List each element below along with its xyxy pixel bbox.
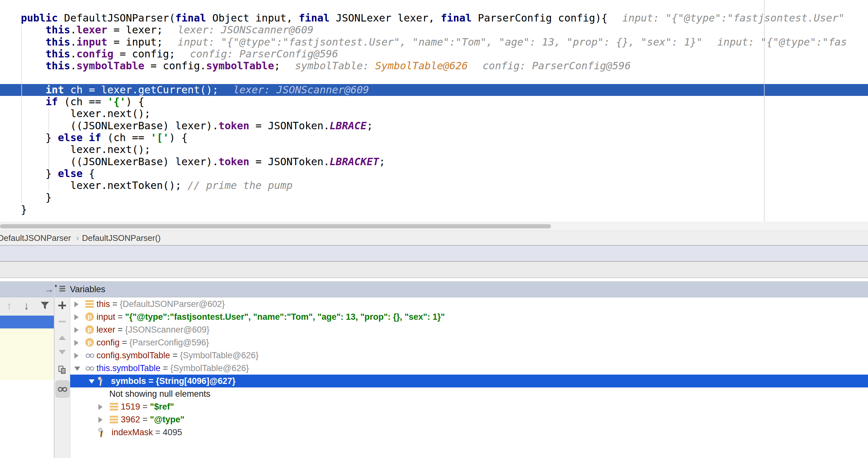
code-token [21,48,45,60]
code-line[interactable]: this.lexer = lexer;lexer: JSONScanner@60… [0,24,868,36]
code-line[interactable]: if (ch == '{') { [0,96,868,108]
library-frames-area[interactable] [0,328,54,380]
inline-debugger-hint: input: "{"@type":"fastjsontest.User" [622,12,845,24]
filter-icon[interactable] [40,302,49,311]
expand-arrow-icon[interactable] [74,327,79,333]
inline-debugger-hint: lexer: JSONScanner@609 [234,84,369,96]
inline-debugger-hint: symbolTable: SymbolTable@626 [295,60,468,72]
inline-debugger-hint: config: ParserConfig@596 [190,48,338,60]
variable-name: 3962 [121,415,140,424]
code-line[interactable]: this.symbolTable = config.symbolTable;sy… [0,60,868,72]
code-line[interactable]: public DefaultJSONParser(final Object in… [0,12,868,24]
variable-name: indexMask [112,428,153,437]
code-token: = JSONToken. [249,120,330,132]
code-line[interactable]: this.config = config;config: ParserConfi… [0,48,868,60]
code-line[interactable] [0,72,868,84]
variable-name: this.symbolTable [96,363,161,373]
add-watch-button[interactable] [55,302,70,309]
code-token: symbolTable [206,60,274,72]
variable-name: symbols [111,376,146,386]
breadcrumb-item-method[interactable]: DefaultJSONParser() [82,233,161,243]
variable-row[interactable]: plexer = {JSONScanner@609} [70,323,868,336]
code-token: (ch == [58,95,107,108]
variable-row[interactable]: fsymbols = {String[4096]@627} [70,375,868,388]
expand-arrow-icon[interactable] [98,404,102,410]
code-editor[interactable]: public DefaultJSONParser(final Object in… [0,0,868,222]
variable-row[interactable]: 1519 = "$ref" [70,400,868,413]
expand-arrow-icon[interactable] [74,314,79,320]
execution-point-line[interactable]: int ch = lexer.getCurrent();lexer: JSONS… [0,84,868,96]
horizontal-scrollbar[interactable] [0,222,868,231]
move-down-icon[interactable]: ↓ [24,299,29,312]
variable-text: symbols = {String[4096]@627} [111,375,236,388]
plus-icon [58,302,66,309]
variable-row[interactable]: pinput = "{"@type":"fastjsontest.User", … [70,311,868,323]
variable-name: this [96,299,110,309]
duplicate-watch-button[interactable] [55,366,70,374]
move-watch-down-button[interactable] [55,350,70,354]
inline-debugger-hint: lexer: JSONScanner@609 [178,24,313,36]
move-up-icon[interactable]: ↑ [6,299,12,312]
code-token [21,36,45,48]
code-token: ((JSONLexerBase) lexer). [21,120,219,132]
code-token: symbolTable [76,60,144,72]
code-token: ; [274,60,280,72]
select-in-editor-icon[interactable]: → [44,282,54,297]
code-token: final [175,12,213,24]
selected-frame-row[interactable] [0,316,54,328]
code-token: // prime the pump [187,179,292,192]
code-line[interactable]: lexer.next(); [0,144,868,155]
field-icon: f [100,378,102,386]
expand-arrow-icon[interactable] [74,353,79,359]
code-line[interactable]: } [0,204,868,216]
expand-arrow-icon[interactable] [74,302,79,307]
code-line[interactable]: } else { [0,168,868,180]
code-token: } [21,191,52,203]
variable-row[interactable]: 3962 = "@type" [70,413,868,426]
code-token: = input; [107,36,163,48]
variable-value: "@type" [150,415,184,424]
code-token [21,95,45,108]
code-line[interactable]: ((JSONLexerBase) lexer).token = JSONToke… [0,156,868,168]
code-token: this [45,36,70,48]
variables-tree[interactable]: this = {DefaultJSONParser@602}pinput = "… [70,298,868,458]
variable-text: config = {ParserConfig@596} [96,336,209,349]
code-line[interactable]: } else if (ch == '[') { [0,132,868,144]
inline-debugger-hint: config: ParserConfig@596 [483,60,631,72]
variable-row[interactable]: findexMask = 4095 [70,426,868,439]
value-icon [110,402,118,410]
move-watch-up-button[interactable] [55,336,70,340]
variable-text: 1519 = "$ref" [121,400,174,413]
expand-arrow-icon[interactable] [98,417,102,423]
code-line[interactable]: lexer.next(); [0,108,868,120]
code-line[interactable]: } [0,192,868,203]
code-token: '{' [107,95,126,108]
variable-name: 1519 [121,402,140,411]
scrollbar-thumb[interactable] [0,224,551,228]
code-token [21,24,45,36]
code-token: ; [379,155,385,168]
triangle-down-icon [59,350,66,354]
variable-value: "$ref" [150,402,174,411]
variables-panel-title: Variables [70,282,105,297]
show-watches-toggle-button[interactable] [56,380,69,398]
variable-row[interactable]: pconfig = {ParserConfig@596} [70,336,868,349]
code-token: Object input, [212,12,299,24]
code-token: lexer [76,24,107,36]
variable-text: this.symbolTable = {SymbolTable@626} [96,362,249,375]
code-line[interactable]: lexer.nextToken(); // prime the pump [0,180,868,192]
variable-row[interactable]: this.symbolTable = {SymbolTable@626} [70,362,868,375]
remove-watch-button[interactable] [55,321,70,322]
code-token: . [70,36,76,48]
code-token: token [219,155,249,168]
minus-icon [59,321,66,322]
collapse-arrow-icon[interactable] [74,367,80,371]
collapse-arrow-icon[interactable] [89,379,95,383]
code-token: lexer.next(); [21,108,151,120]
expand-arrow-icon[interactable] [74,340,79,346]
code-line[interactable]: ((JSONLexerBase) lexer).token = JSONToke… [0,120,868,132]
variable-row[interactable]: this = {DefaultJSONParser@602} [70,298,868,311]
code-line[interactable]: this.input = input;input: "{"@type":"fas… [0,36,868,48]
breadcrumb-item-class[interactable]: DefaultJSONParser [0,233,71,243]
variable-row[interactable]: config.symbolTable = {SymbolTable@626} [70,349,868,362]
